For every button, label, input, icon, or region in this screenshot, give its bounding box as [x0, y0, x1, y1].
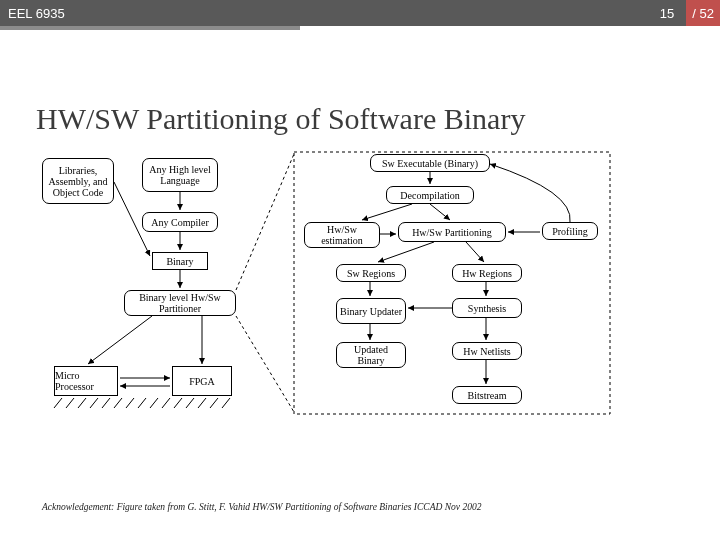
svg-line-4	[88, 316, 152, 364]
svg-line-38	[222, 398, 230, 408]
svg-line-25	[66, 398, 74, 408]
diagram-arrows	[42, 152, 678, 452]
svg-line-30	[126, 398, 134, 408]
slide-title: HW/SW Partitioning of Software Binary	[36, 102, 525, 136]
svg-line-2	[114, 182, 150, 256]
svg-line-28	[102, 398, 110, 408]
page-indicator: 15 / 52	[656, 0, 712, 26]
flow-diagram: Libraries, Assembly, and Object Code Any…	[42, 152, 678, 452]
svg-line-33	[162, 398, 170, 408]
svg-line-31	[138, 398, 146, 408]
svg-rect-10	[294, 152, 610, 414]
svg-line-32	[150, 398, 158, 408]
svg-line-29	[114, 398, 122, 408]
svg-line-16	[378, 242, 434, 262]
svg-line-36	[198, 398, 206, 408]
svg-line-26	[78, 398, 86, 408]
page-current: 15	[656, 6, 678, 21]
slide-header: EEL 6935 15 / 52	[0, 0, 720, 26]
svg-line-12	[430, 204, 450, 220]
svg-line-8	[236, 154, 294, 290]
acknowledgement: Acknowledgement: Figure taken from G. St…	[42, 502, 481, 512]
svg-line-17	[466, 242, 484, 262]
course-code: EEL 6935	[8, 6, 65, 21]
page-total: / 52	[686, 0, 720, 26]
svg-line-34	[174, 398, 182, 408]
svg-line-24	[54, 398, 62, 408]
svg-line-13	[362, 204, 412, 220]
svg-line-35	[186, 398, 194, 408]
svg-line-37	[210, 398, 218, 408]
header-rule	[0, 26, 300, 30]
svg-line-27	[90, 398, 98, 408]
svg-line-9	[236, 316, 294, 412]
